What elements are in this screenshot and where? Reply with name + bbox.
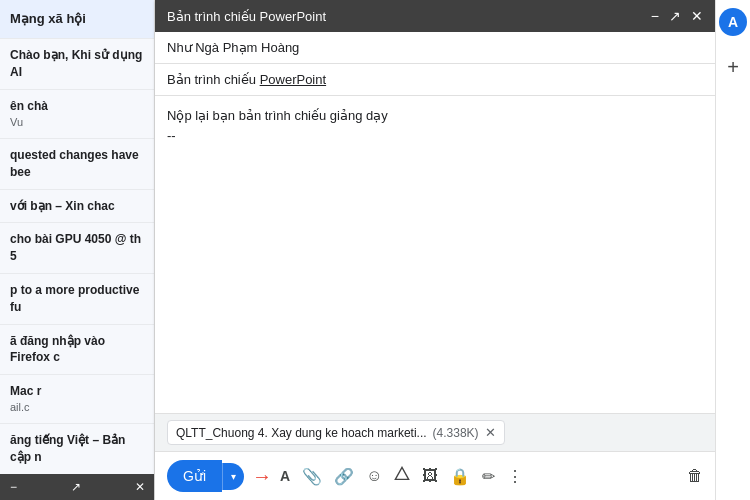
attach-file-icon[interactable]: 📎	[298, 463, 326, 490]
avatar-letter: A	[728, 14, 738, 30]
lock-icon[interactable]: 🔒	[446, 463, 474, 490]
close-icon[interactable]: ✕	[691, 8, 703, 24]
list-item[interactable]: cho bài GPU 4050 @ th 5	[0, 223, 154, 274]
email-sender: cho bài GPU 4050 @ th 5	[10, 231, 144, 265]
compose-toolbar: Gửi ▾ → A 📎 🔗 ☺ 🖼 🔒 ✏ ⋮ 🗑	[155, 451, 715, 500]
send-button-group: Gửi ▾	[167, 460, 244, 492]
list-item[interactable]: p to a more productive fu	[0, 274, 154, 325]
compose-header: Bản trình chiếu PowerPoint − ↗ ✕	[155, 0, 715, 32]
photo-icon[interactable]: 🖼	[418, 463, 442, 489]
email-list: Mạng xã hội Chào bạn, Khi sử dụng AI ên …	[0, 0, 155, 500]
email-sender: p to a more productive fu	[10, 282, 144, 316]
maximize-icon[interactable]: ↗	[669, 8, 681, 24]
mini-bar-resize[interactable]: ↗	[71, 480, 81, 494]
to-field: Như Ngà Phạm Hoàng	[155, 32, 715, 64]
mini-bar-minimize[interactable]: −	[10, 480, 17, 494]
format-text-icon[interactable]: A	[276, 464, 294, 488]
attachment-size: (4.338K)	[433, 426, 479, 440]
mini-bar-close[interactable]: ✕	[135, 480, 145, 494]
right-sidebar: A +	[715, 0, 750, 500]
body-line2: --	[167, 126, 703, 146]
attachment-bar: QLTT_Chuong 4. Xay dung ke hoach marketi…	[155, 413, 715, 451]
compose-body[interactable]: Nộp lại bạn bản trình chiếu giảng dạy --	[155, 96, 715, 413]
email-sender: Chào bạn, Khi sử dụng AI	[10, 47, 144, 81]
signature-icon[interactable]: ✏	[478, 463, 499, 490]
email-sender: ã đăng nhập vào Firefox c	[10, 333, 144, 367]
avatar[interactable]: A	[719, 8, 747, 36]
drive-icon[interactable]	[390, 462, 414, 490]
attachment-name: QLTT_Chuong 4. Xay dung ke hoach marketi…	[176, 426, 427, 440]
send-button[interactable]: Gửi	[167, 460, 222, 492]
list-item[interactable]: với bạn – Xin chac	[0, 190, 154, 224]
to-value: Như Ngà Phạm Hoàng	[167, 40, 299, 55]
compose-window: Bản trình chiếu PowerPoint − ↗ ✕ Như Ngà…	[155, 0, 715, 500]
send-dropdown-button[interactable]: ▾	[222, 463, 244, 490]
email-list-header: Mạng xã hội	[0, 0, 154, 39]
email-sender: với bạn – Xin chac	[10, 198, 144, 215]
subject-label: Bản trình chiếu	[167, 72, 256, 87]
mini-compose-bar: − ↗ ✕	[0, 474, 155, 500]
svg-marker-0	[396, 467, 409, 479]
list-item[interactable]: Chào bạn, Khi sử dụng AI	[0, 39, 154, 90]
email-preview: ail.c	[10, 400, 144, 415]
subject-field: Bản trình chiếu PowerPoint	[155, 64, 715, 96]
insert-link-icon[interactable]: 🔗	[330, 463, 358, 490]
list-item[interactable]: Mac r ail.c	[0, 375, 154, 424]
list-item[interactable]: quested changes have bee	[0, 139, 154, 190]
email-sender: quested changes have bee	[10, 147, 144, 181]
subject-underlined: PowerPoint	[260, 72, 326, 87]
email-preview: Vu	[10, 115, 144, 130]
email-sender: ăng tiếng Việt – Bản cập n	[10, 432, 144, 466]
emoji-icon[interactable]: ☺	[362, 463, 386, 489]
compose-title: Bản trình chiếu PowerPoint	[167, 9, 326, 24]
plus-symbol: +	[727, 56, 739, 79]
minimize-icon[interactable]: −	[651, 8, 659, 24]
send-arrow-icon: →	[252, 465, 272, 488]
delete-draft-icon[interactable]: 🗑	[687, 467, 703, 485]
body-line1: Nộp lại bạn bản trình chiếu giảng dạy	[167, 106, 703, 126]
attachment-chip: QLTT_Chuong 4. Xay dung ke hoach marketi…	[167, 420, 505, 445]
list-item[interactable]: ăng tiếng Việt – Bản cập n	[0, 424, 154, 475]
email-sender: Mac r	[10, 383, 144, 400]
more-options-icon[interactable]: ⋮	[503, 463, 527, 490]
list-item[interactable]: ên chà Vu	[0, 90, 154, 139]
list-item[interactable]: ã đăng nhập vào Firefox c	[0, 325, 154, 376]
email-list-title: Mạng xã hội	[10, 11, 86, 26]
email-sender: ên chà	[10, 98, 144, 115]
attachment-close-icon[interactable]: ✕	[485, 425, 496, 440]
add-icon[interactable]: +	[718, 52, 748, 82]
compose-header-actions: − ↗ ✕	[651, 8, 703, 24]
